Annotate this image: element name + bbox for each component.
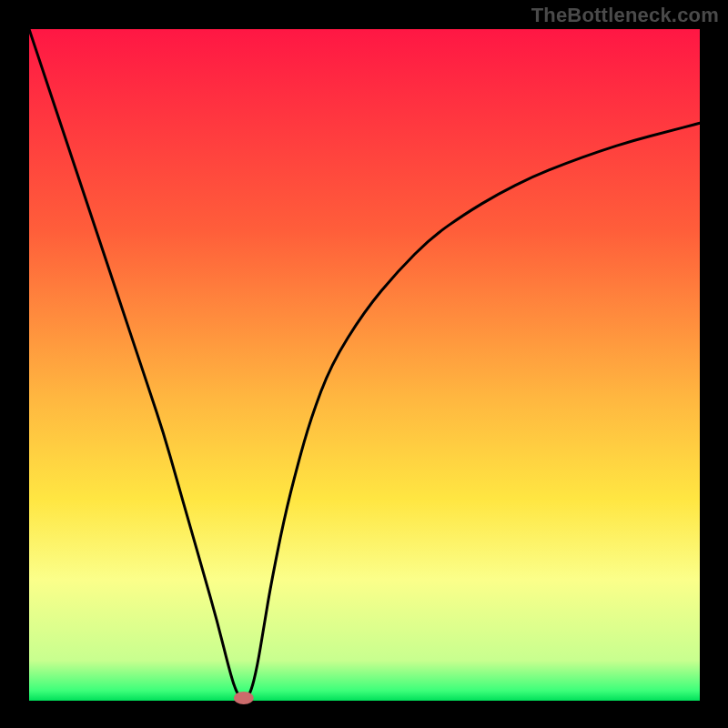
plot-area [29,29,700,701]
bottleneck-chart: TheBottleneck.com [0,0,728,728]
watermark-text: TheBottleneck.com [531,4,719,27]
chart-svg [0,0,728,728]
minimum-marker [234,692,254,704]
